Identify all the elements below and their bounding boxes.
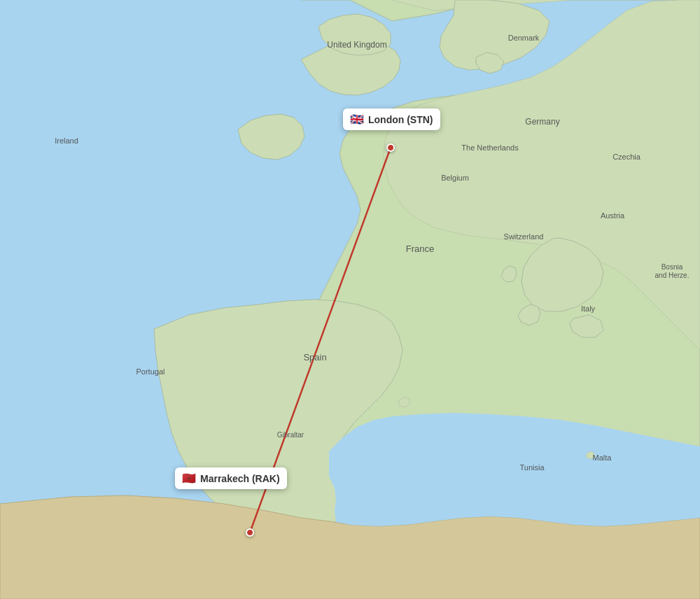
country-label-herzegovina: and Herze. [655, 272, 690, 279]
country-label-gibraltar: Gibraltar [277, 431, 304, 439]
country-label-france: France [406, 244, 434, 254]
country-label-switzerland: Switzerland [504, 232, 544, 241]
marrakech-dot [246, 528, 254, 537]
country-label-ireland: Ireland [55, 136, 78, 145]
country-label-tunisia: Tunisia [519, 463, 545, 472]
country-label-belgium: Belgium [441, 174, 469, 182]
marrakech-label[interactable]: 🇲🇦 Marrakech (RAK) [175, 467, 287, 489]
country-label-austria: Austria [601, 211, 625, 220]
country-label-bosnia: Bosnia [662, 263, 683, 271]
country-label-germany: Germany [525, 117, 559, 127]
marrakech-text: Marrakech (RAK) [200, 473, 280, 484]
map-container: United Kingdom Ireland The Netherlands B… [0, 0, 700, 599]
london-dot [386, 143, 395, 152]
country-label-spain: Spain [303, 352, 326, 362]
country-label-czechia: Czechia [612, 153, 641, 161]
country-label-portugal: Portugal [136, 367, 165, 376]
map-svg: United Kingdom Ireland The Netherlands B… [0, 0, 700, 599]
country-label-italy: Italy [581, 304, 596, 313]
london-label[interactable]: 🇬🇧 London (STN) [343, 108, 440, 130]
country-label-uk: United Kingdom [327, 40, 386, 50]
country-label-netherlands: The Netherlands [461, 143, 519, 152]
marrakech-flag: 🇲🇦 [182, 472, 196, 485]
country-label-malta: Malta [593, 453, 612, 462]
london-flag: 🇬🇧 [350, 113, 364, 126]
country-label-denmark: Denmark [508, 34, 540, 42]
london-text: London (STN) [368, 114, 433, 125]
